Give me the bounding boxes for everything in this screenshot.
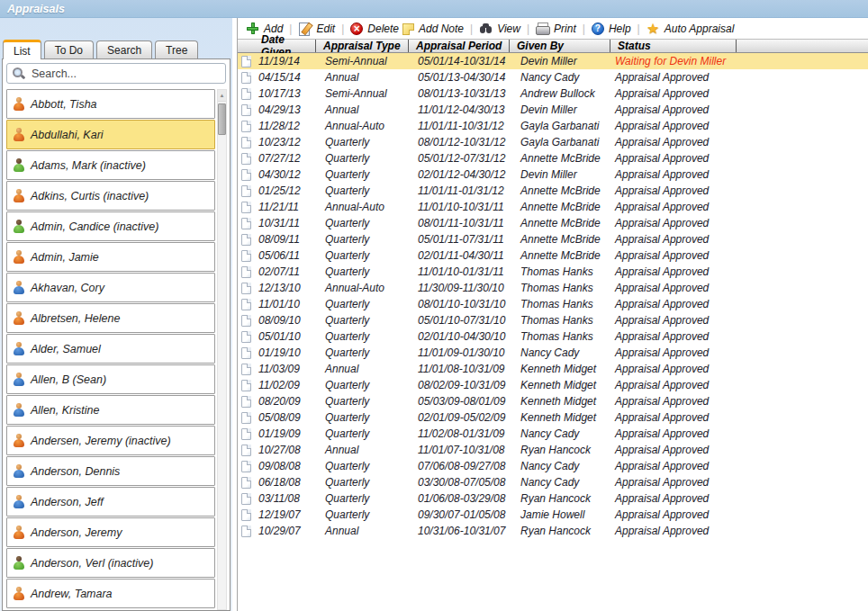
list-item[interactable]: Anderson, Dennis: [6, 456, 215, 486]
table-row[interactable]: 11/02/09Quarterly08/02/09-10/31/09Kennet…: [238, 377, 868, 393]
person-body: [14, 133, 24, 141]
list-item[interactable]: Alder, Samuel: [6, 334, 215, 364]
print-button[interactable]: Print: [536, 22, 576, 35]
cell-status: Appraisal Approved: [610, 265, 868, 278]
table-row[interactable]: 02/07/11Quarterly11/01/10-01/31/11Thomas…: [238, 264, 868, 280]
list-item[interactable]: Admin, Candice (inactive): [6, 211, 215, 241]
column-header-appraisal-type[interactable]: Appraisal Type: [316, 40, 409, 52]
tab-list[interactable]: List: [3, 40, 41, 59]
tab-tree[interactable]: Tree: [155, 40, 198, 58]
edit-button[interactable]: Edit: [298, 22, 335, 35]
document-icon: [241, 104, 251, 116]
table-row[interactable]: 10/27/08Annual11/01/07-10/31/08Ryan Hanc…: [238, 442, 868, 458]
list-item[interactable]: Anderson, Verl (inactive): [6, 548, 215, 578]
toolbar-separator: |: [637, 22, 640, 35]
cell-date_given: 02/07/11: [258, 265, 316, 278]
table-row[interactable]: 10/31/11Quarterly08/01/11-10/31/11Annett…: [238, 215, 868, 231]
cell-given_by: Nancy Cady: [510, 427, 610, 440]
person-name: Anderson, Jeff: [31, 496, 104, 508]
search-placeholder: Search...: [32, 67, 77, 80]
table-row[interactable]: 06/18/08Quarterly03/30/08-07/05/08Nancy …: [238, 474, 868, 490]
cell-given_by: Thomas Hanks: [510, 265, 610, 278]
table-row[interactable]: 03/11/08Quarterly01/06/08-03/29/08Ryan H…: [238, 490, 868, 507]
cell-given_by: Devin Miller: [510, 168, 610, 181]
table-row[interactable]: 12/19/07Quarterly09/30/07-01/05/08Jamie …: [238, 507, 868, 523]
table-row[interactable]: 12/13/10Annual-Auto11/30/09-11/30/10Thom…: [238, 280, 868, 296]
list-item[interactable]: Allen, B (Sean): [6, 364, 215, 394]
table-row[interactable]: 11/01/10Quarterly08/01/10-10/31/10Thomas…: [238, 296, 868, 312]
cell-appraisal_period: 11/01/11-01/31/12: [409, 184, 510, 197]
table-row[interactable]: 05/08/09Quarterly02/01/09-05/02/09Kennet…: [238, 409, 868, 426]
tab-search[interactable]: Search: [96, 40, 152, 58]
list-item[interactable]: Allen, Kristine: [6, 395, 215, 425]
table-row[interactable]: 11/03/09Annual11/01/08-10/31/09Kenneth M…: [238, 361, 868, 377]
cell-status: Appraisal Approved: [610, 152, 868, 165]
cell-status: Appraisal Approved: [610, 71, 868, 84]
header-icon-spacer: [238, 40, 258, 52]
list-item[interactable]: Abbott, Tisha: [6, 89, 215, 119]
table-row[interactable]: 09/08/08Quarterly07/06/08-09/27/08Nancy …: [238, 458, 868, 474]
toolbar-button-label: Print: [554, 22, 576, 35]
person-name: Anderson, Dennis: [31, 465, 120, 478]
table-row[interactable]: 04/29/13Annual11/01/12-04/30/13Devin Mil…: [238, 102, 868, 118]
table-row[interactable]: 07/27/12Quarterly05/01/12-07/31/12Annett…: [238, 150, 868, 166]
add-note-button[interactable]: Add Note: [402, 22, 464, 35]
note-icon: [402, 23, 414, 35]
document-icon: [241, 364, 251, 375]
table-row[interactable]: 05/01/10Quarterly02/01/10-04/30/10Thomas…: [238, 328, 868, 345]
person-body: [14, 378, 24, 386]
table-row[interactable]: 11/21/11Annual-Auto11/01/10-10/31/11Anne…: [238, 199, 868, 215]
list-item[interactable]: Akhavan, Cory: [6, 273, 215, 302]
table-row[interactable]: 04/15/14Annual05/01/13-04/30/14Nancy Cad…: [238, 69, 868, 85]
table-row[interactable]: 01/19/10Quarterly11/01/09-01/30/10Nancy …: [238, 345, 868, 361]
list-item[interactable]: Andrew, Tamara: [6, 579, 215, 608]
table-row[interactable]: 10/29/07Annual10/31/06-10/31/07Ryan Hanc…: [238, 523, 868, 539]
view-button[interactable]: View: [479, 22, 520, 35]
cell-appraisal_period: 05/01/13-04/30/14: [409, 71, 510, 84]
table-row[interactable]: 01/25/12Quarterly11/01/11-01/31/12Annett…: [238, 183, 868, 199]
person-orange-icon: [13, 128, 25, 141]
table-row[interactable]: 10/17/13Semi-Annual08/01/13-10/31/13Andr…: [238, 85, 868, 102]
list-item[interactable]: Abdullahi, Kari: [6, 120, 215, 149]
sidebar-panel: Search... Abbott, TishaAbdullahi, KariAd…: [2, 58, 231, 611]
cell-given_by: Andrew Bullock: [510, 87, 610, 100]
column-header-status[interactable]: Status: [610, 40, 737, 52]
table-row[interactable]: 08/09/11Quarterly05/01/11-07/31/11Annett…: [238, 231, 868, 247]
list-item[interactable]: Anderson, Jeff: [6, 487, 215, 517]
cell-date_given: 11/19/14: [258, 55, 316, 67]
scrollbar-thumb[interactable]: [218, 103, 226, 135]
delete-button[interactable]: Delete: [350, 22, 399, 35]
table-row[interactable]: 08/20/09Quarterly05/03/09-08/01/09Kennet…: [238, 393, 868, 409]
help-button[interactable]: Help: [592, 22, 631, 35]
list-item[interactable]: Adams, Mark (inactive): [6, 150, 215, 180]
table-row[interactable]: 05/06/11Quarterly02/01/11-04/30/11Annett…: [238, 247, 868, 264]
table-row[interactable]: 11/28/12Annual-Auto11/01/11-10/31/12Gayl…: [238, 118, 868, 134]
cell-appraisal_period: 01/06/08-03/29/08: [409, 492, 510, 505]
list-item[interactable]: Adkins, Curtis (inactive): [6, 181, 215, 211]
table-row[interactable]: 11/19/14Semi-Annual05/01/14-10/31/14Devi…: [238, 53, 868, 69]
person-name: Albretsen, Helene: [31, 312, 120, 325]
table-row[interactable]: 08/09/10Quarterly05/01/10-07/31/10Thomas…: [238, 312, 868, 328]
toolbar-button-label: Help: [609, 22, 631, 35]
table-row[interactable]: 04/30/12Quarterly02/01/12-04/30/12Devin …: [238, 166, 868, 183]
table-row[interactable]: 01/19/09Quarterly11/02/08-01/31/09Nancy …: [238, 426, 868, 442]
list-item[interactable]: Albretsen, Helene: [6, 303, 215, 333]
list-item[interactable]: Anderson, Jeremy: [6, 517, 215, 547]
auto-appraisal-button[interactable]: Auto Appraisal: [646, 22, 735, 35]
cell-status: Appraisal Approved: [610, 201, 868, 213]
cell-status: Appraisal Approved: [610, 379, 868, 391]
column-header-date-given[interactable]: Date Given: [258, 40, 316, 52]
people-scrollbar[interactable]: ▲: [217, 89, 227, 610]
cell-date_given: 10/17/13: [258, 87, 316, 100]
list-item[interactable]: Andersen, Jeremy (inactive): [6, 426, 215, 455]
person-green-icon: [13, 220, 25, 233]
person-blue-icon: [13, 403, 25, 417]
table-row[interactable]: 10/23/12Quarterly08/01/12-10/31/12Gayla …: [238, 134, 868, 150]
column-header-given-by[interactable]: Given By: [510, 40, 610, 52]
person-name: Adams, Mark (inactive): [31, 159, 146, 172]
scroll-up-arrow-icon[interactable]: ▲: [218, 90, 226, 102]
list-item[interactable]: Admin, Jamie: [6, 242, 215, 272]
column-header-appraisal-period[interactable]: Appraisal Period: [409, 40, 510, 52]
tab-to-do[interactable]: To Do: [44, 40, 94, 58]
search-input[interactable]: Search...: [6, 63, 226, 84]
